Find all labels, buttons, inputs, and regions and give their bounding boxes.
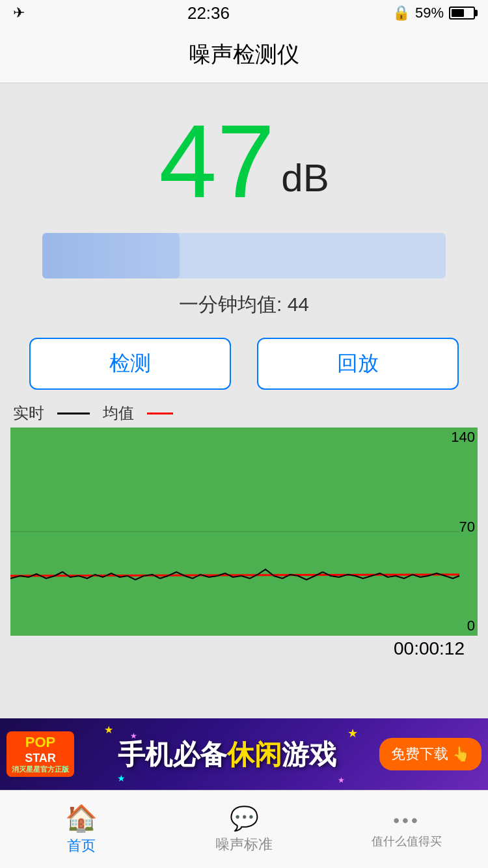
- ad-banner[interactable]: ★ ★ ★ ★ ★ POP STAR 消灭星星官方正版 手机必备休闲游戏 免费下…: [0, 718, 488, 790]
- status-bar: ✈ 22:36 🔒 59%: [0, 0, 488, 26]
- airplane-icon: ✈: [13, 5, 25, 21]
- hand-icon: 👆: [452, 746, 470, 763]
- message-icon: 💬: [230, 805, 259, 832]
- status-right: 🔒 59%: [392, 5, 475, 21]
- chart-wrapper: 实时 均值 140 70 0 00:00:12: [0, 403, 488, 666]
- chart-legend: 实时 均值: [10, 403, 478, 424]
- ad-text-main: 手机必备休闲游戏: [118, 739, 336, 770]
- tab-home[interactable]: 🏠 首页: [0, 791, 163, 868]
- button-row: 检测 回放: [29, 338, 459, 390]
- playback-button[interactable]: 回放: [257, 338, 459, 390]
- legend-realtime-label: 实时: [13, 403, 44, 424]
- chart-time: 00:00:12: [10, 638, 478, 659]
- ad-btn-label: 免费下载: [391, 744, 448, 764]
- chart-area: 140 70 0: [10, 427, 478, 636]
- nav-title: 噪声检测仪: [189, 40, 299, 70]
- tab-bar: 🏠 首页 💬 噪声标准 ••• 值什么值得买: [0, 790, 488, 868]
- star-deco-2: ★: [130, 731, 137, 740]
- tab-home-label: 首页: [67, 836, 96, 856]
- tab-noise-label: 噪声标准: [215, 835, 273, 854]
- lock-icon: 🔒: [392, 5, 410, 21]
- ad-text: 手机必备休闲游戏: [87, 736, 366, 773]
- status-left: ✈: [13, 5, 25, 21]
- home-icon: 🏠: [65, 803, 98, 834]
- battery-icon: [449, 7, 475, 20]
- main-content: 47 dB 一分钟均值: 44 检测 回放 实时 均值 140 70 0: [0, 83, 488, 718]
- level-bar-fill: [42, 233, 180, 278]
- ad-download-btn[interactable]: 免费下载 👆: [379, 738, 481, 770]
- star-deco-3: ★: [117, 773, 126, 783]
- pop-star-logo: POP STAR 消灭星星官方正版: [7, 731, 74, 776]
- avg-value: 一分钟均值: 44: [179, 292, 309, 318]
- level-bar: [42, 233, 446, 278]
- star-deco-5: ★: [338, 776, 345, 785]
- battery-percent: 59%: [415, 5, 444, 21]
- legend-avg-line: [147, 413, 173, 414]
- chart-svg: [10, 427, 478, 636]
- status-time: 22:36: [187, 3, 230, 23]
- detect-button[interactable]: 检测: [29, 338, 231, 390]
- ad-logo-area: POP STAR 消灭星星官方正版: [7, 731, 74, 776]
- star-deco-4: ★: [347, 726, 358, 740]
- star-deco-1: ★: [104, 724, 113, 736]
- more-icon: •••: [393, 810, 420, 831]
- db-display: 47 dB: [159, 109, 329, 213]
- db-value: 47: [159, 109, 275, 213]
- tab-noise-standard[interactable]: 💬 噪声标准: [163, 791, 325, 868]
- tab-more[interactable]: ••• 值什么值得买: [325, 791, 488, 868]
- battery-fill: [452, 9, 464, 17]
- nav-bar: 噪声检测仪: [0, 26, 488, 83]
- legend-realtime-line: [57, 413, 90, 414]
- db-unit: dB: [281, 156, 329, 200]
- tab-more-label: 值什么值得买: [372, 834, 442, 849]
- legend-avg-label: 均值: [103, 403, 134, 424]
